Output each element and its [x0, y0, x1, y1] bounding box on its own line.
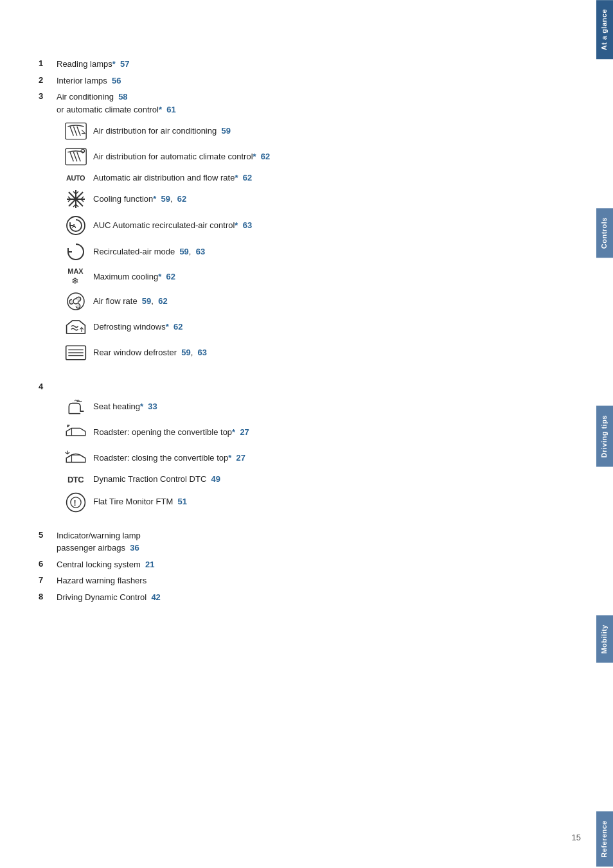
list-item-3: 3 Air conditioning 58 or automatic clima…: [39, 91, 587, 116]
sub-item-text-max: Maximum cooling* 62: [93, 271, 587, 283]
page-ref-2[interactable]: 56: [112, 76, 121, 85]
auc-icon: A: [65, 215, 87, 236]
item-label-6: Central locking system 21: [57, 560, 154, 569]
item-label-8: Driving Dynamic Control 42: [57, 592, 161, 602]
sub-item-roof-close: Roadster: closing the convertible top* 2…: [58, 448, 587, 468]
item-content-7: Hazard warning flashers: [57, 574, 587, 587]
sub-item-text-air-dist-ac: Air distribution for air conditioning 59: [93, 125, 587, 137]
defrost-front-icon: [64, 317, 87, 337]
sub-item-airflow: Air flow rate 59, 62: [58, 291, 587, 312]
asterisk-1: *: [112, 59, 116, 69]
page-ref-3[interactable]: 58: [118, 92, 127, 102]
page-ref-6[interactable]: 21: [145, 560, 154, 569]
item-number-5: 5: [39, 529, 57, 540]
roof-close-icon: [64, 448, 87, 468]
sub-item-cooling: Cooling function* 59, 62: [58, 189, 587, 209]
sub-item-text-defrost-rear: Rear window defroster 59, 63: [93, 347, 587, 359]
svg-line-2: [73, 127, 76, 136]
list-item-1: 1 Reading lamps* 57: [39, 58, 587, 71]
icon-cell-dtc: DTC: [58, 475, 93, 484]
item-label-3b: or automatic climate control* 61: [57, 103, 587, 116]
svg-line-5: [70, 152, 73, 161]
item-number-8: 8: [39, 591, 57, 601]
sub-item-text-cooling: Cooling function* 59, 62: [93, 193, 587, 205]
sub-item-text-recirc: Recirculated-air mode 59, 63: [93, 246, 587, 258]
sub-item-ftm: ! Flat Tire Monitor FTM 51: [58, 491, 587, 514]
sub-item-recirc: Recirculated-air mode 59, 63: [58, 242, 587, 262]
icon-cell-defrost-front: [58, 317, 93, 337]
sidebar-tabs: At a glance Controls Driving tips Mobili…: [595, 0, 613, 868]
seat-heat-icon: [64, 396, 87, 417]
svg-line-6: [73, 152, 76, 161]
sub-item-seat-heat: Seat heating* 33: [58, 396, 587, 417]
page-ref-5[interactable]: 36: [130, 543, 139, 553]
page-ref-3b[interactable]: 61: [166, 105, 175, 114]
list-item-4: 4: [39, 381, 587, 391]
tab-driving-tips[interactable]: Driving tips: [596, 406, 613, 467]
tab-at-a-glance[interactable]: At a glance: [596, 0, 613, 59]
sub-item-text-auc: AUC Automatic recirculated-air control* …: [93, 220, 587, 231]
sub-item-text-airflow: Air flow rate 59, 62: [93, 296, 587, 307]
sub-item-auto: AUTO Automatic air distribution and flow…: [58, 172, 587, 184]
svg-text:!: !: [73, 498, 76, 507]
snowflake-icon: [66, 189, 86, 209]
item-number-1: 1: [39, 58, 57, 68]
sub-item-defrost-front: Defrosting windows* 62: [58, 317, 587, 337]
recirculate-icon: [66, 242, 86, 262]
icon-cell-cooling: [58, 189, 93, 209]
airflow-icon: [64, 291, 88, 312]
icon-cell-auto: AUTO: [58, 174, 93, 182]
main-content: 1 Reading lamps* 57 2 Interior lamps 56 …: [39, 39, 587, 603]
icon-cell-air-dist-auto: [58, 146, 93, 167]
item-label-5: Indicator/warning lamp: [57, 529, 587, 542]
icon-cell-recirc: [58, 242, 93, 262]
sub-item-dtc: DTC Dynamic Traction Control DTC 49: [58, 474, 587, 485]
sub-item-air-dist-auto: Air distribution for automatic climate c…: [58, 146, 587, 167]
page-ref-8[interactable]: 42: [151, 592, 160, 602]
air-dist-auto-icon: [64, 146, 87, 167]
sub-item-text-seat-heat: Seat heating* 33: [93, 401, 587, 412]
icon-cell-airflow: [58, 291, 93, 312]
sub-item-text-roof-open: Roadster: opening the convertible top* 2…: [93, 427, 587, 438]
svg-line-1: [70, 127, 73, 136]
icon-cell-max: MAX ❄: [58, 267, 93, 286]
sub-item-max: MAX ❄ Maximum cooling* 62: [58, 267, 587, 286]
sub-items-3: Air distribution for air conditioning 59: [58, 121, 587, 363]
sub-item-text-auto: Automatic air distribution and flow rate…: [93, 172, 587, 184]
list-item-6: 6 Central locking system 21: [39, 558, 587, 571]
page-number: 15: [572, 833, 581, 842]
dtc-label-icon: DTC: [67, 475, 84, 484]
list-item-8: 8 Driving Dynamic Control 42: [39, 591, 587, 604]
sub-item-text-dtc: Dynamic Traction Control DTC 49: [93, 474, 587, 485]
sub-item-roof-open: Roadster: opening the convertible top* 2…: [58, 422, 587, 443]
list-item-7: 7 Hazard warning flashers: [39, 574, 587, 587]
list-item-5: 5 Indicator/warning lamp passenger airba…: [39, 529, 587, 554]
svg-text:A: A: [72, 223, 76, 229]
sub-item-air-dist-ac: Air distribution for air conditioning 59: [58, 121, 587, 141]
roof-open-icon: [64, 422, 87, 443]
icon-cell-ftm: !: [58, 491, 93, 514]
item-content-6: Central locking system 21: [57, 558, 587, 571]
item-label-2: Interior lamps 56: [57, 76, 121, 85]
icon-cell-auc: A: [58, 215, 93, 236]
sub-item-text-defrost-front: Defrosting windows* 62: [93, 321, 587, 333]
tab-controls[interactable]: Controls: [596, 208, 613, 258]
page-ref-1[interactable]: 57: [120, 59, 129, 69]
item-label-3: Air conditioning 58: [57, 91, 587, 103]
tab-mobility[interactable]: Mobility: [596, 616, 613, 663]
item-number-3: 3: [39, 91, 57, 101]
icon-cell-air-dist-ac: [58, 121, 93, 141]
item-content-3: Air conditioning 58 or automatic climate…: [57, 91, 587, 116]
icon-cell-roof-open: [58, 422, 93, 443]
item-number-7: 7: [39, 574, 57, 585]
item-label-7: Hazard warning flashers: [57, 576, 147, 585]
sub-item-text-roof-close: Roadster: closing the convertible top* 2…: [93, 452, 587, 464]
item-content-1: Reading lamps* 57: [57, 58, 587, 71]
max-label-icon: MAX ❄: [67, 267, 83, 286]
tab-reference[interactable]: Reference: [596, 811, 613, 867]
item-content-2: Interior lamps 56: [57, 75, 587, 87]
list-item-2: 2 Interior lamps 56: [39, 75, 587, 87]
item-number-2: 2: [39, 75, 57, 85]
icon-cell-roof-close: [58, 448, 93, 468]
item-content-8: Driving Dynamic Control 42: [57, 591, 587, 604]
